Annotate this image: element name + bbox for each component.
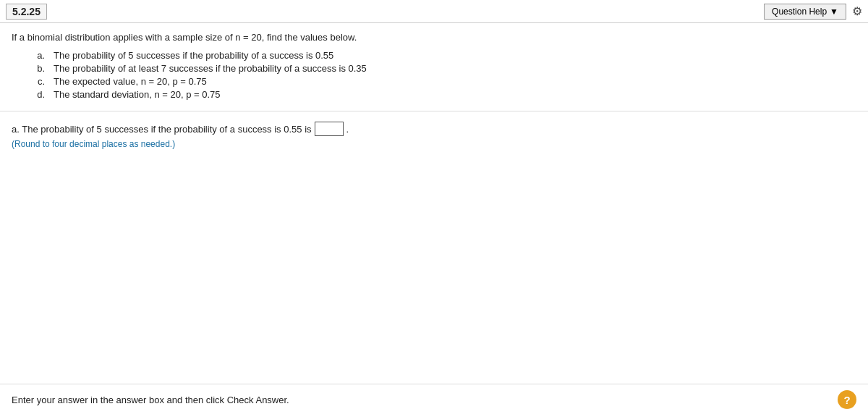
question-area: a. The probability of 5 successes if the… [0,111,868,159]
list-text: The standard deviation, n = 20, p = 0.75 [54,89,221,100]
question-line: a. The probability of 5 successes if the… [12,122,856,136]
question-suffix: . [346,124,349,135]
top-bar: 5.2.25 Question Help ▼ ⚙ [0,0,868,23]
question-help-button[interactable]: Question Help ▼ [764,4,846,20]
list-letter: a. [33,50,45,61]
list-item: a. The probability of 5 successes if the… [33,50,856,61]
sub-list: a. The probability of 5 successes if the… [12,50,856,100]
instruction-text: Enter your answer in the answer box and … [12,395,289,405]
instruction-bar: Enter your answer in the answer box and … [0,384,868,409]
problem-number: 5.2.25 [6,4,47,20]
dropdown-icon: ▼ [830,7,838,17]
top-right-controls: Question Help ▼ ⚙ [764,4,862,20]
list-item: c. The expected value, n = 20, p = 0.75 [33,76,856,87]
question-prefix: a. The probability of 5 successes if the… [12,124,312,135]
intro-text: If a binomial distribution applies with … [12,32,856,43]
answer-input[interactable] [315,122,344,136]
gear-icon[interactable]: ⚙ [852,4,862,18]
list-item: d. The standard deviation, n = 20, p = 0… [33,89,856,100]
main-content: If a binomial distribution applies with … [0,23,868,111]
list-letter: b. [33,63,45,74]
list-text: The expected value, n = 20, p = 0.75 [54,76,207,87]
hint-text: (Round to four decimal places as needed.… [12,139,856,149]
list-item: b. The probability of at least 7 success… [33,63,856,74]
list-letter: c. [33,76,45,87]
middle-area [0,159,868,384]
list-text: The probability of at least 7 successes … [54,63,367,74]
help-circle-button[interactable]: ? [838,390,856,409]
list-text: The probability of 5 successes if the pr… [54,50,333,61]
question-help-label: Question Help [772,7,827,17]
list-letter: d. [33,89,45,100]
